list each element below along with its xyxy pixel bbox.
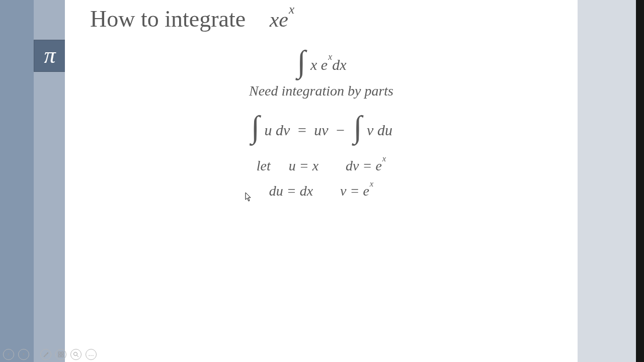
pen-tool-button[interactable] [40, 349, 51, 360]
see-all-slides-button[interactable] [55, 349, 66, 360]
integral-sign-icon: ∫ [296, 44, 307, 79]
integral-sign-icon: ∫ [353, 109, 363, 145]
math-line-du-v: du = dx v = ex [65, 183, 578, 199]
prev-slide-button[interactable]: ‹ [3, 349, 14, 360]
svg-line-5 [77, 355, 78, 357]
math-line-need-parts: Need integration by parts [65, 83, 578, 99]
right-margin [578, 0, 636, 362]
sidebar-stripe-dark [0, 0, 34, 362]
svg-rect-2 [58, 355, 60, 357]
presentation-stage: π How to integrate xex ∫ x exdx Need int… [0, 0, 644, 362]
zoom-button[interactable] [70, 349, 82, 360]
title-math: xex [252, 8, 294, 31]
pen-icon [43, 351, 49, 357]
more-options-button[interactable]: … [86, 349, 97, 360]
title-text: How to integrate [90, 6, 246, 32]
grid-icon [58, 351, 64, 357]
svg-rect-3 [61, 355, 63, 357]
next-slide-button[interactable]: › [18, 349, 29, 360]
math-line-let-u-dv: let u = x dv = ex [65, 158, 578, 174]
magnifier-icon [73, 351, 79, 357]
math-line-ibp-formula: ∫ u dv = uv − ∫ v du [65, 112, 578, 148]
math-line-integral-xe^x: ∫ x exdx [65, 47, 578, 82]
svg-rect-1 [61, 352, 63, 354]
right-letterbox [636, 0, 644, 362]
svg-rect-0 [58, 352, 60, 354]
svg-point-4 [74, 352, 77, 355]
integral-sign-icon: ∫ [250, 109, 261, 145]
slide-content: How to integrate xex ∫ x exdx Need integ… [65, 0, 578, 362]
pi-badge: π [34, 40, 66, 72]
slide-title: How to integrate xex [90, 6, 294, 32]
